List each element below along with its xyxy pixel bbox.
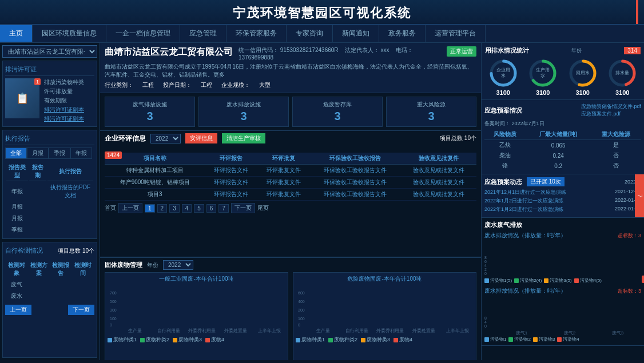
env-report-1[interactable]: 环评报告文件 (205, 165, 258, 177)
stat-gas-value: 3 (109, 110, 191, 123)
env-opinion-3[interactable]: 验收意见或批复文件 (401, 189, 476, 201)
env-header: 企业环评信息 2022 安评信息 清洁生产审核 项目总数 10个 (105, 133, 476, 143)
permit-image: 📋 1 (5, 78, 39, 118)
inspect-next-btn[interactable]: 下一页 (68, 305, 94, 315)
tab-all[interactable]: 全部 (5, 147, 27, 159)
page-5-btn[interactable]: 5 (194, 204, 204, 213)
inspect-section: 自行检测情况 项目总数 10个 检测对象 检测方案 检测报告 检测时间 (2, 242, 97, 358)
stat-risk-label: 重大风险源 (390, 101, 472, 109)
page-3-btn[interactable]: 3 (169, 204, 180, 213)
header: 宁茂环境智慧园区可视化系统 (0, 0, 644, 25)
page-1-btn[interactable]: 1 (145, 204, 155, 213)
inspect-col-2: 检测方案 (29, 260, 50, 278)
inspect-col-3: 检测报告 (50, 260, 71, 278)
ww-sub1-title: 废水排放情况（排放量：吨/年） 超标数：3 (484, 232, 641, 240)
solid-year-select[interactable]: 2022 (163, 260, 193, 270)
exec-link-1[interactable]: 执行报告的PDF文档 (47, 182, 93, 201)
env-reply-3[interactable]: 环评批复文件 (257, 189, 310, 201)
company-desc: 曲靖市沾益区云龙工贸有限公司成立于1995年04月16日，注册地位于云南省曲靖市… (105, 63, 476, 79)
right-panel: 用排水情况统计 年份 314 企业用水 3100 (481, 43, 644, 360)
ww-legend-2-1: 污染物1 (484, 336, 506, 342)
env-report-2[interactable]: 环评报告文件 (205, 177, 258, 189)
gas-labels: 废气1 废气2 废气3 (484, 330, 641, 336)
emerg-dyn-side[interactable]: 7 (635, 174, 644, 217)
circle-value-2: 3100 (528, 89, 558, 96)
water-circle-2: 生产用水 3100 (528, 58, 558, 96)
ww-legend-1-2: 污染物2(4) (514, 277, 542, 284)
water-year-value: 314 (624, 47, 641, 54)
env-report-3[interactable]: 环评报告文件 (205, 189, 258, 201)
scale-label: 企业规模： (221, 81, 250, 89)
legend-2: 废物种类2 (140, 336, 169, 344)
nav-item-ops[interactable]: 运营管理平台 (426, 25, 486, 42)
company-header: 曲靖市沾益区云龙工贸有限公司 统一信用代码： 91530328217243660… (105, 46, 476, 61)
permit-link-1[interactable]: 排污许可证副本 (44, 106, 84, 114)
nav-item-service[interactable]: 环保管家服务 (226, 25, 287, 42)
exec-report-section: 执行报告 全部 月报 季报 年报 报告类型 报告期 执行报告 年报 (2, 130, 97, 239)
safety-tag[interactable]: 安评信息 (185, 133, 217, 143)
legend2-4: 废物4 (393, 336, 412, 344)
nav-item-home[interactable]: 主页 (0, 25, 33, 42)
inspect-report-1 (50, 280, 71, 290)
ww-legend-dot-4 (574, 278, 579, 283)
permit-link-2[interactable]: 排污许可证副本 (44, 115, 84, 123)
inspect-count: 项目总数 10个 (58, 247, 94, 255)
status-badge: 正常运营 (447, 46, 476, 57)
nav-item-news[interactable]: 新闻通知 (333, 25, 379, 42)
env-reply-1[interactable]: 环评批复文件 (257, 165, 310, 177)
legend-dot2-3 (361, 338, 365, 342)
legend-dot2-2 (328, 338, 333, 342)
circle-value-1: 3100 (488, 89, 518, 96)
stats-row: 废气排放设施 3 废水排放设施 3 危废暂存库 3 重大风险源 3 (100, 93, 481, 131)
emerg-dyn-items: 2021年12月1日进行过一次应急演练 2021-12-05 2022年1月2日… (484, 189, 641, 213)
nav-item-emergency[interactable]: 应急管理 (180, 25, 226, 42)
page-prev-btn[interactable]: 上一页 (118, 203, 142, 213)
dyn-item-2: 2022年1月2日进行过一次应急演练 2022-01-05 (484, 197, 641, 205)
page-4-btn[interactable]: 4 (182, 204, 192, 213)
env-opinion-2[interactable]: 验收意见或批复文件 (401, 177, 476, 189)
env-opinion-1[interactable]: 验收意见或批复文件 (401, 165, 476, 177)
exec-type-4: 季报 (6, 225, 28, 235)
emerg-link-1[interactable]: 应急物资储备情况文件.pdf (581, 103, 641, 110)
emerg-links: 应急物资储备情况文件.pdf 应急预案文件.pdf (581, 103, 641, 118)
env-row-1: 特种金属材料加工项目 环评报告文件 环评批复文件 环保验收工验收报告文件 验收意… (105, 165, 476, 177)
env-name-1: 特种金属材料加工项目 (105, 165, 205, 177)
tab-monthly[interactable]: 月报 (27, 147, 49, 159)
ww-legend-dot-2 (514, 278, 519, 283)
ww-legend-2: 污染物1 污染物2 污染物3 污染物4 (484, 336, 641, 342)
solid-year-label: 年份 (147, 261, 158, 269)
chart2-bars: 6004002001000 (296, 284, 474, 327)
clean-tag[interactable]: 清洁生产审核 (222, 133, 265, 143)
page-6-btn[interactable]: 6 (206, 204, 217, 213)
env-accept-2[interactable]: 环保验收工验收报告文件 (310, 177, 401, 189)
nav-item-gov[interactable]: 政务服务 (379, 25, 426, 42)
page-next-btn[interactable]: 下一页 (231, 203, 255, 213)
invest-val: 工程 (201, 81, 212, 89)
emerg-link-2[interactable]: 应急预案文件.pdf (581, 110, 641, 118)
exec-type-1: 年报 (6, 182, 28, 201)
env-accept-1[interactable]: 环保验收工验收报告文件 (310, 165, 401, 177)
solid-chart-2: 危险废物固废-本年合计100吨 6004002001000 (293, 272, 476, 360)
header-title: 宁茂环境智慧园区可视化系统 (0, 5, 644, 22)
stat-water: 废水排放设施 3 (198, 97, 289, 127)
page-2-btn[interactable]: 2 (157, 204, 168, 213)
legend-3: 废物种类3 (173, 336, 202, 344)
nav-item-env[interactable]: 园区环境质量信息 (33, 25, 106, 42)
company-selector[interactable]: 曲靖市沾益区云龙工贸有限公司 (2, 45, 97, 58)
env-accept-3[interactable]: 环保验收工验收报告文件 (310, 189, 401, 201)
nav-item-consult[interactable]: 专家咨询 (287, 25, 333, 42)
env-reply-2[interactable]: 环评批复文件 (257, 177, 310, 189)
tab-yearly[interactable]: 年报 (70, 147, 92, 159)
nav-item-archive[interactable]: 一企一档信息管理 (106, 25, 180, 42)
env-title: 企业环评信息 (105, 134, 146, 143)
inspect-prev-btn[interactable]: 上一页 (5, 305, 31, 315)
circle-label-2: 生产用水 (535, 67, 550, 78)
emerg-row-1: 乙炔 0.065 是 (484, 140, 641, 151)
page-7-btn[interactable]: 7 (218, 204, 229, 213)
emerg-col-1: 风险物质 (484, 129, 526, 140)
emergency-section: 应急预案情况 应急物资储备情况文件.pdf 应急预案文件.pdf 备案时间： 2… (482, 100, 644, 174)
tab-quarterly[interactable]: 季报 (49, 147, 70, 159)
env-year-select[interactable]: 2022 (150, 134, 181, 143)
env-col-reply: 环评批复 (257, 153, 310, 165)
inspect-plan-2 (29, 291, 50, 301)
